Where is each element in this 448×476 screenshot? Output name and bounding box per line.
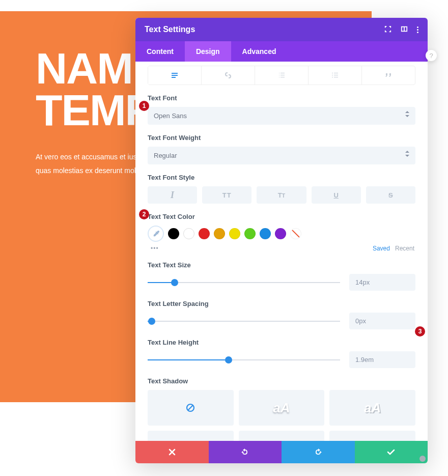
weight-label: Text Font Weight	[148, 134, 415, 142]
shadow-opt-1[interactable]: aA	[239, 390, 325, 426]
callout-badge-3: 3	[415, 326, 425, 337]
color-swatches	[148, 226, 415, 242]
element-type-row	[148, 66, 415, 85]
shadow-opt-3[interactable]: aA	[148, 431, 234, 441]
italic-button[interactable]: I	[148, 186, 197, 204]
swatch-1[interactable]	[183, 228, 194, 239]
uppercase-button[interactable]: TT	[202, 186, 251, 204]
size-label: Text Text Size	[148, 261, 415, 269]
resize-handle-icon[interactable]	[419, 456, 426, 462]
panel-body[interactable]: Text Font Open Sans Text Font Weight Reg…	[135, 62, 428, 441]
smallcaps-button[interactable]: TT	[257, 186, 306, 204]
seg-ol-icon[interactable]	[309, 66, 362, 85]
columns-icon[interactable]	[401, 25, 408, 34]
weight-select-value: Regular	[154, 152, 177, 159]
eyedropper-button[interactable]	[148, 226, 164, 242]
color-area: ••• Saved Recent	[148, 226, 415, 252]
spacing-slider[interactable]	[148, 316, 340, 326]
help-badge-icon[interactable]: ?	[426, 50, 437, 61]
color-label: Text Text Color	[148, 213, 415, 220]
lineheight-value[interactable]: 1.9em	[349, 351, 415, 368]
swatch-7[interactable]	[275, 228, 286, 239]
seg-quote-icon[interactable]	[362, 66, 415, 85]
lineheight-label: Text Line Height	[148, 339, 415, 346]
save-button[interactable]	[355, 441, 428, 463]
shadow-grid: aA aA aA aA aA	[148, 390, 415, 441]
tab-recent[interactable]: Recent	[395, 245, 414, 252]
seg-link-icon[interactable]	[202, 66, 255, 85]
swatch-4[interactable]	[229, 228, 240, 239]
weight-select[interactable]: Regular	[148, 147, 415, 164]
cancel-button[interactable]	[135, 441, 209, 463]
swatch-6[interactable]	[260, 228, 271, 239]
strikethrough-button[interactable]: S	[366, 186, 415, 204]
svg-line-1	[188, 405, 193, 410]
swatch-3[interactable]	[214, 228, 225, 239]
redo-button[interactable]	[282, 441, 355, 463]
callout-badge-1: 1	[139, 101, 149, 111]
lineheight-slider[interactable]	[148, 355, 340, 365]
underline-button[interactable]: U	[312, 186, 361, 204]
font-style-row: I TT TT U S	[148, 186, 415, 204]
shadow-opt-2[interactable]: aA	[329, 390, 415, 426]
shadow-opt-4[interactable]: aA	[239, 431, 325, 441]
size-value[interactable]: 14px	[349, 274, 415, 291]
panel-header: Text Settings	[135, 18, 428, 41]
swatch-none[interactable]	[290, 228, 301, 239]
tab-advanced[interactable]: Advanced	[231, 41, 288, 62]
more-colors-icon[interactable]: •••	[151, 245, 159, 252]
tab-content[interactable]: Content	[135, 41, 185, 62]
shadow-label: Text Shadow	[148, 377, 415, 385]
panel-footer	[135, 441, 428, 463]
undo-button[interactable]	[209, 441, 282, 463]
font-select[interactable]: Open Sans	[148, 107, 415, 125]
tab-saved[interactable]: Saved	[373, 245, 390, 252]
shadow-none[interactable]	[148, 390, 234, 426]
swatch-2[interactable]	[199, 228, 210, 239]
expand-icon[interactable]	[384, 25, 391, 34]
swatch-5[interactable]	[244, 228, 256, 239]
spacing-value[interactable]: 0px	[349, 313, 415, 329]
size-slider[interactable]	[148, 277, 340, 288]
tab-design[interactable]: Design	[185, 41, 231, 62]
seg-text-icon[interactable]	[148, 66, 202, 85]
panel-title: Text Settings	[145, 25, 384, 34]
font-select-value: Open Sans	[154, 112, 187, 120]
font-label: Text Font	[148, 94, 415, 102]
callout-badge-2: 2	[139, 209, 149, 219]
seg-ul-icon[interactable]	[255, 66, 309, 85]
settings-panel: Text Settings Content Design Advanced Te…	[135, 18, 428, 463]
more-icon[interactable]	[417, 26, 418, 33]
spacing-label: Text Letter Spacing	[148, 300, 415, 307]
shadow-opt-5[interactable]: aA	[329, 431, 415, 441]
swatch-0[interactable]	[168, 228, 179, 239]
tabs: Content Design Advanced	[135, 41, 428, 62]
style-label: Text Font Style	[148, 174, 415, 181]
